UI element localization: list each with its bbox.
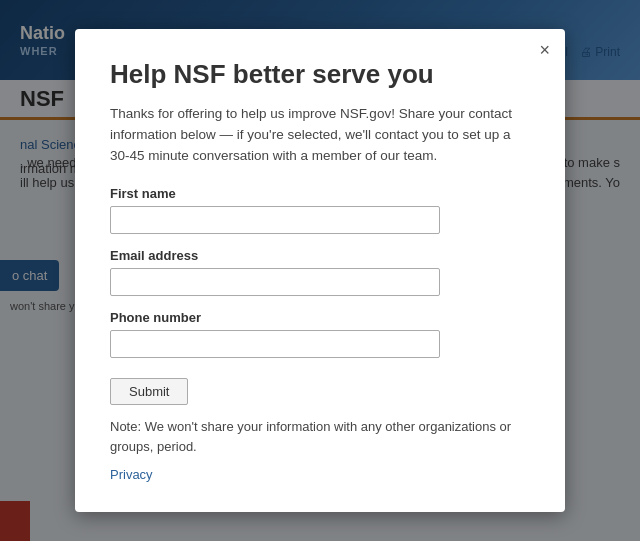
email-label: Email address [110,248,530,263]
modal-note: Note: We won't share your information wi… [110,417,530,456]
privacy-link[interactable]: Privacy [110,467,153,482]
email-group: Email address [110,248,530,296]
modal-description: Thanks for offering to help us improve N… [110,104,530,167]
modal-title: Help NSF better serve you [110,59,530,90]
first-name-input[interactable] [110,206,440,234]
email-input[interactable] [110,268,440,296]
phone-input[interactable] [110,330,440,358]
phone-group: Phone number [110,310,530,358]
phone-label: Phone number [110,310,530,325]
first-name-label: First name [110,186,530,201]
submit-button[interactable]: Submit [110,378,188,405]
first-name-group: First name [110,186,530,234]
modal-close-button[interactable]: × [539,41,550,59]
modal-dialog: × Help NSF better serve you Thanks for o… [75,29,565,513]
